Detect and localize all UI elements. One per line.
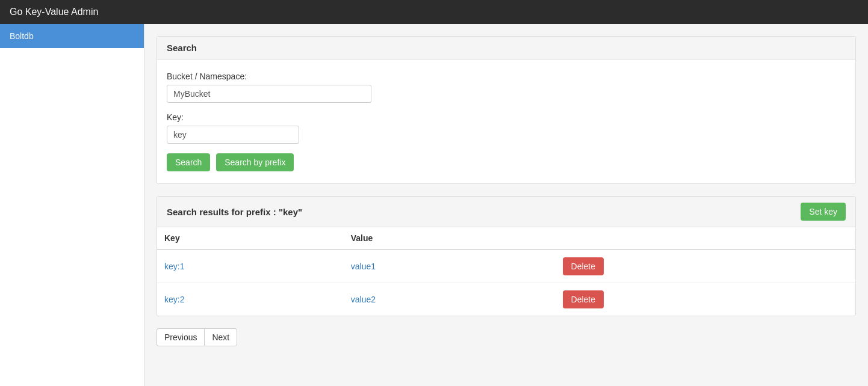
search-by-prefix-button[interactable]: Search by prefix: [216, 153, 294, 171]
results-table: Key Value key:1value1Deletekey:2value2De…: [157, 227, 855, 316]
search-panel-header: Search: [157, 37, 855, 60]
search-panel: Search Bucket / Namespace: Key: Search S…: [157, 36, 856, 184]
col-action: [556, 227, 855, 250]
navbar: Go Key-Value Admin: [0, 0, 868, 24]
pagination: Previous Next: [157, 328, 856, 346]
results-panel-title: Search results for prefix : "key": [167, 207, 302, 217]
search-button[interactable]: Search: [167, 153, 210, 171]
next-button[interactable]: Next: [204, 328, 237, 346]
sidebar: Boltdb: [0, 24, 144, 386]
cell-action: Delete: [556, 283, 855, 316]
key-input[interactable]: [167, 126, 299, 144]
set-key-button[interactable]: Set key: [801, 203, 846, 221]
col-value: Value: [344, 227, 556, 250]
delete-button[interactable]: Delete: [563, 257, 604, 275]
search-panel-title: Search: [167, 43, 197, 53]
previous-button[interactable]: Previous: [157, 328, 204, 346]
cell-key: key:2: [157, 283, 344, 316]
results-panel: Search results for prefix : "key" Set ke…: [157, 196, 856, 316]
main-content: Search Bucket / Namespace: Key: Search S…: [144, 24, 868, 386]
navbar-title: Go Key-Value Admin: [10, 7, 98, 17]
table-header-row: Key Value: [157, 227, 855, 250]
sidebar-item-boltdb[interactable]: Boltdb: [0, 24, 144, 48]
table-row: key:2value2Delete: [157, 283, 855, 316]
search-panel-body: Bucket / Namespace: Key: Search Search b…: [157, 60, 855, 183]
bucket-input[interactable]: [167, 85, 371, 103]
cell-value: value2: [344, 283, 556, 316]
cell-value: value1: [344, 250, 556, 283]
key-label: Key:: [167, 112, 846, 122]
layout: Boltdb Search Bucket / Namespace: Key: S…: [0, 24, 868, 386]
cell-key: key:1: [157, 250, 344, 283]
delete-button[interactable]: Delete: [563, 290, 604, 308]
table-row: key:1value1Delete: [157, 250, 855, 283]
bucket-label: Bucket / Namespace:: [167, 72, 846, 81]
key-field-group: Key:: [167, 112, 846, 144]
results-table-container: Key Value key:1value1Deletekey:2value2De…: [157, 227, 855, 316]
cell-action: Delete: [556, 250, 855, 283]
search-buttons: Search Search by prefix: [167, 153, 846, 171]
col-key: Key: [157, 227, 344, 250]
bucket-field-group: Bucket / Namespace:: [167, 72, 846, 103]
results-panel-header: Search results for prefix : "key" Set ke…: [157, 197, 855, 227]
